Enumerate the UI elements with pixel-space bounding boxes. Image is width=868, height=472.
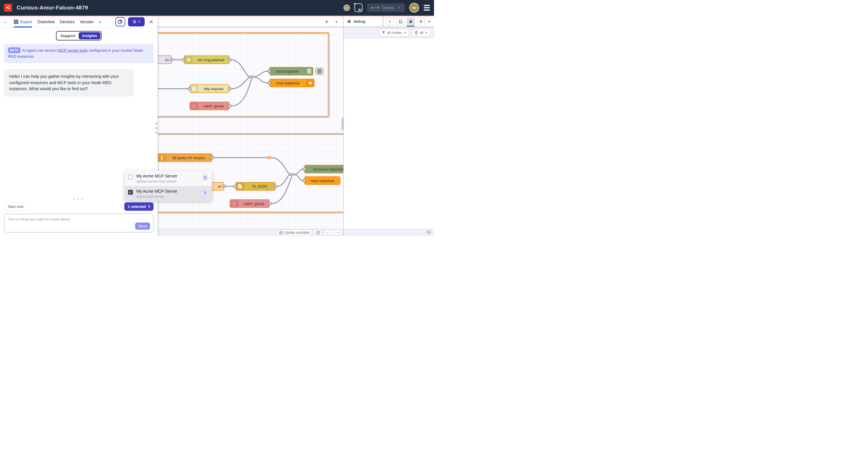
panel-resize-handle[interactable] xyxy=(156,123,157,133)
node-db-query[interactable]: { db query for recipes xyxy=(158,153,212,162)
globe-icon xyxy=(190,85,198,92)
node-resource-response[interactable]: resource response xyxy=(304,165,343,173)
node-mcp-response-bottom[interactable]: mcp response xyxy=(304,176,340,185)
tab-overview[interactable]: Overview xyxy=(37,16,55,28)
help-tab-button[interactable] xyxy=(396,18,404,25)
minimap-button[interactable] xyxy=(314,230,322,235)
exclamation-icon: ! xyxy=(230,200,238,207)
deploy-button[interactable]: Deploy ▼ xyxy=(367,3,405,12)
checkbox-checked[interactable]: ✓ xyxy=(128,190,133,195)
tab-devices[interactable]: Devices xyxy=(60,16,74,28)
node-tool-response[interactable]: tool response xyxy=(269,67,313,76)
avatar-small[interactable]: su xyxy=(344,5,350,11)
usage-pie-button[interactable] xyxy=(115,17,125,26)
canvas-grid[interactable]: 2s set msg.payload tool response xyxy=(158,27,343,236)
debug-list-icon xyxy=(305,67,313,75)
start-over-button[interactable]: Start over xyxy=(4,202,28,211)
chat-input[interactable] xyxy=(5,214,153,226)
zoom-in-button[interactable]: + xyxy=(335,230,341,235)
beta-badge: BETA xyxy=(8,48,20,53)
chevron-down-icon: ᐯ xyxy=(138,20,141,23)
open-window-button[interactable] xyxy=(425,230,432,235)
mcp-server-option[interactable]: My Acme MCP Server serban-acme-mcp-serve… xyxy=(125,171,212,186)
debug-tab-button[interactable] xyxy=(407,18,414,25)
node-http-request[interactable]: http request xyxy=(189,84,229,93)
assistant-panel: ← ‹ Expert Overview Devices Version » ⚙ … xyxy=(0,16,158,236)
flow-canvas[interactable]: + ▼ xyxy=(158,16,343,236)
selected-servers-dropdown[interactable]: 1 selected ᐯ xyxy=(124,202,154,211)
mcp-server-tools-link[interactable]: MCP server tools xyxy=(58,48,88,53)
port[interactable] xyxy=(182,58,185,61)
tool-count-badge: 5 xyxy=(202,175,208,181)
node-to-json[interactable]: {} To JSON xyxy=(236,182,276,190)
exclamation-icon: ! xyxy=(190,102,198,110)
port[interactable] xyxy=(228,105,231,107)
wire-junction-port[interactable] xyxy=(290,173,294,176)
zoom-reset-button[interactable]: ○ xyxy=(330,230,335,235)
toggle-support[interactable]: Support xyxy=(57,32,79,39)
zoom-controls: − ○ + xyxy=(324,230,341,235)
tab-debug[interactable]: debug xyxy=(344,16,383,27)
port[interactable] xyxy=(211,156,214,159)
svg-text:{}: {} xyxy=(239,186,241,188)
hamburger-menu-icon[interactable] xyxy=(424,5,430,11)
config-tab-button[interactable]: ⚙ xyxy=(417,18,425,25)
debug-filter-dropdown[interactable]: all nodes ▼ xyxy=(379,29,409,36)
update-available-button[interactable]: Update available xyxy=(277,230,312,235)
node-mcp-response-top[interactable]: mcp response xyxy=(269,79,315,87)
trash-icon xyxy=(415,31,418,34)
debug-clear-dropdown[interactable]: all ▼ xyxy=(412,29,431,36)
gear-icon: ⚙ xyxy=(133,19,136,24)
port-highlighted[interactable] xyxy=(268,156,271,159)
toggle-insights[interactable]: Insights xyxy=(79,32,100,39)
sidebar-menu-chevron-icon[interactable]: ▼ xyxy=(428,20,431,23)
checkbox-unchecked[interactable] xyxy=(128,175,133,179)
user-avatar[interactable]: su xyxy=(409,3,419,12)
port[interactable] xyxy=(228,58,231,61)
tab-version[interactable]: Version xyxy=(80,16,94,28)
wire-junction-port[interactable] xyxy=(250,76,253,78)
node-catch-2[interactable]: ! catch: group xyxy=(229,199,270,208)
port[interactable] xyxy=(234,185,237,188)
port[interactable] xyxy=(303,168,306,171)
arrow-right-icon xyxy=(306,79,314,87)
settings-dropdown-button[interactable]: ⚙ ᐯ xyxy=(128,17,145,26)
port[interactable] xyxy=(274,185,277,188)
close-icon[interactable]: ✕ xyxy=(149,19,154,25)
sidebar-tab-bar: debug i ⚙ ▼ xyxy=(344,16,434,27)
chevron-down-icon[interactable]: ▼ xyxy=(398,6,401,9)
zoom-out-button[interactable]: − xyxy=(324,230,330,235)
node-catch-1[interactable]: ! catch: group xyxy=(189,101,229,110)
port[interactable] xyxy=(303,179,306,182)
expert-logo-icon: ‹ xyxy=(14,20,19,24)
json-file-icon: {} xyxy=(236,183,244,190)
flow-tab-bar: + ▼ xyxy=(158,16,343,27)
back-arrow-icon[interactable]: ← xyxy=(3,19,9,25)
debug-enable-toggle[interactable] xyxy=(315,68,323,75)
mcp-server-option[interactable]: ✓ My Acme MCP Server acme-mcp-server 5 xyxy=(125,186,212,201)
node-change[interactable]: set msg.payload xyxy=(184,55,229,64)
tab-overflow-icon[interactable]: » xyxy=(99,19,101,24)
node-inject[interactable]: 2s xyxy=(158,55,172,64)
brace-icon: { xyxy=(158,154,166,161)
deploy-nodes-icon xyxy=(371,7,379,9)
ai-assistant-icon[interactable]: ✦ AI xyxy=(354,3,363,12)
port[interactable] xyxy=(268,70,271,72)
add-flow-icon[interactable]: + xyxy=(325,19,329,25)
flow-list-chevron-icon[interactable]: ▼ xyxy=(335,20,338,24)
funnel-icon xyxy=(382,31,385,34)
port[interactable] xyxy=(170,58,174,61)
monitor-icon xyxy=(427,231,431,234)
port[interactable] xyxy=(268,82,271,84)
shuffle-icon xyxy=(184,56,192,63)
info-tab-button[interactable]: i xyxy=(386,18,394,25)
port[interactable] xyxy=(228,87,231,90)
mcp-server-popup: My Acme MCP Server serban-acme-mcp-serve… xyxy=(125,171,212,201)
tab-expert[interactable]: ‹ Expert xyxy=(14,16,32,28)
tool-count-badge: 5 xyxy=(202,190,208,196)
port[interactable] xyxy=(268,202,272,205)
port[interactable] xyxy=(222,185,226,188)
send-button[interactable]: Send xyxy=(135,223,150,230)
brand-logo-icon[interactable]: < xyxy=(4,4,12,12)
port[interactable] xyxy=(188,87,191,90)
